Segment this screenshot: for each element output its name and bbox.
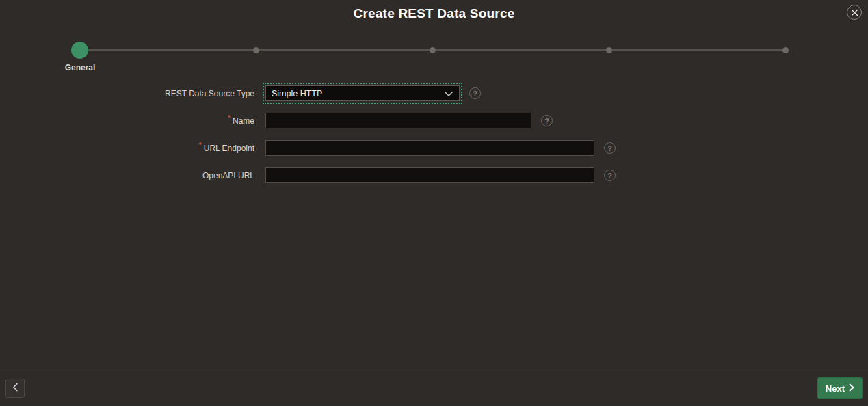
name-label: *Name xyxy=(0,116,254,126)
chevron-left-icon xyxy=(12,382,18,394)
rest-data-source-type-select[interactable]: Simple HTTP xyxy=(265,85,460,101)
wizard-step-dot xyxy=(606,47,612,53)
wizard-current-step-label: General xyxy=(65,63,96,72)
name-field[interactable] xyxy=(265,113,531,128)
url-endpoint-label: *URL Endpoint xyxy=(0,144,254,153)
url-endpoint-field[interactable] xyxy=(265,140,594,156)
create-rest-data-source-form: REST Data Source Type Simple HTTP ? *Nam… xyxy=(0,85,868,195)
previous-button[interactable] xyxy=(5,379,25,398)
form-row-rest-data-source-type: REST Data Source Type Simple HTTP ? xyxy=(0,85,868,101)
rest-data-source-type-label: REST Data Source Type xyxy=(0,89,254,98)
openapi-url-help-icon[interactable]: ? xyxy=(604,170,616,181)
form-row-url-endpoint: *URL Endpoint ? xyxy=(0,140,868,156)
url-endpoint-help-icon[interactable]: ? xyxy=(604,142,616,154)
next-button[interactable]: Next xyxy=(817,377,863,399)
wizard-step-dot-current xyxy=(71,42,88,59)
required-marker: * xyxy=(198,141,201,149)
chevron-right-icon xyxy=(849,382,854,394)
openapi-url-field[interactable] xyxy=(265,167,594,183)
next-button-label: Next xyxy=(826,383,845,394)
chevron-down-icon xyxy=(444,87,453,100)
openapi-url-label: OpenAPI URL xyxy=(0,171,254,180)
rest-data-source-type-selected-value: Simple HTTP xyxy=(272,89,444,98)
wizard-step-dot xyxy=(782,47,789,53)
name-help-icon[interactable]: ? xyxy=(541,115,553,126)
required-marker: * xyxy=(228,113,231,122)
wizard-step-dot xyxy=(253,47,259,53)
wizard-progress-train: General xyxy=(0,0,868,75)
footer-divider xyxy=(0,368,868,368)
form-row-name: *Name ? xyxy=(0,113,868,128)
wizard-step-dot xyxy=(430,47,436,53)
form-row-openapi-url: OpenAPI URL ? xyxy=(0,167,868,183)
rest-data-source-type-help-icon[interactable]: ? xyxy=(469,87,481,99)
